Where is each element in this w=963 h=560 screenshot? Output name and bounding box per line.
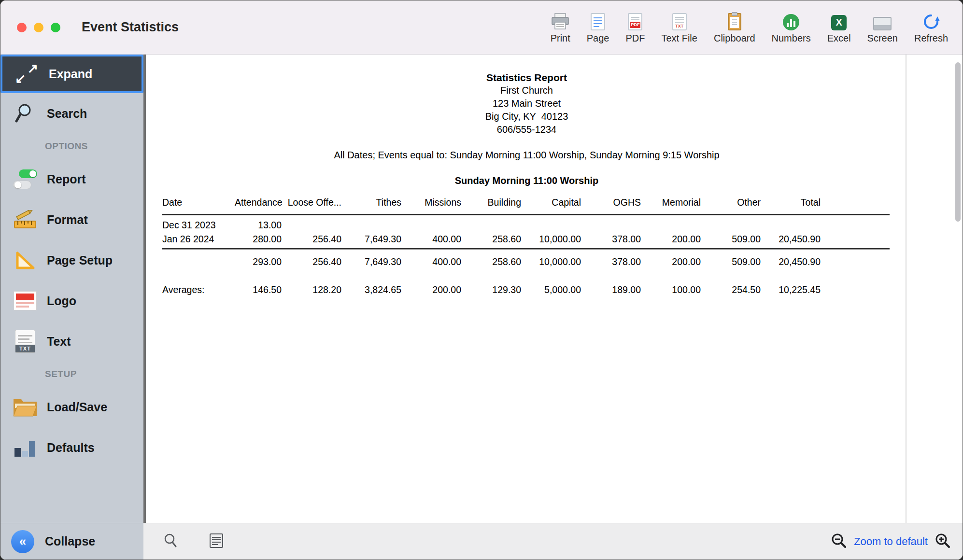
column-header: Loose Offe...: [282, 197, 341, 215]
expand-icon: ↗↙: [8, 63, 46, 84]
collapse-chevron-icon: «: [11, 530, 34, 553]
table-cell: 254.50: [701, 269, 761, 297]
report-table: Date Attendance Loose Offe... Tithes Mis…: [162, 197, 890, 297]
close-button[interactable]: [17, 23, 27, 32]
sidebar-item-page-setup[interactable]: Page Setup: [0, 240, 143, 280]
excel-icon: X: [831, 11, 847, 30]
table-cell: 100.00: [641, 269, 701, 297]
bar-chart-icon: [6, 437, 44, 458]
sidebar-item-label: Load/Save: [47, 400, 107, 414]
toolbar-item-pdf[interactable]: PDF PDF: [625, 11, 645, 44]
table-cell: 20,450.90: [761, 232, 821, 249]
minimize-button[interactable]: [34, 23, 43, 32]
set-square-icon: [6, 250, 44, 271]
table-cell: 400.00: [401, 232, 461, 249]
table-header-row: Date Attendance Loose Offe... Tithes Mis…: [162, 197, 890, 215]
page-icon: [591, 11, 605, 30]
table-cell: [521, 215, 581, 232]
sidebar-item-report[interactable]: Report: [0, 159, 143, 199]
toolbar-item-numbers[interactable]: Numbers: [772, 11, 811, 44]
sidebar: ↗↙ Expand Search OPTIONS Report: [0, 55, 143, 523]
sidebar-item-format[interactable]: Format: [0, 199, 143, 240]
table-cell: [162, 249, 235, 269]
page-edge-divider: [906, 55, 906, 523]
report-section-title: Sunday Morning 11:00 Worship: [146, 174, 907, 187]
toggles-icon: [6, 169, 44, 189]
report-church-name: First Church: [146, 84, 907, 97]
sidebar-item-label: Defaults: [47, 441, 95, 455]
report-document: Statistics Report First Church 123 Main …: [146, 55, 907, 297]
search-report-icon[interactable]: [163, 533, 178, 550]
sidebar-item-collapse[interactable]: « Collapse: [0, 523, 143, 560]
table-cell: 10,000.00: [521, 232, 581, 249]
table-cell: 200.00: [641, 249, 701, 269]
toolbar-item-print[interactable]: Print: [551, 11, 570, 44]
table-row: Dec 31 2023 13.00: [162, 215, 890, 232]
sidebar-item-search[interactable]: Search: [0, 93, 143, 134]
column-header: Building: [461, 197, 521, 215]
zoom-out-icon[interactable]: [831, 532, 847, 551]
report-lines-icon[interactable]: [209, 533, 224, 550]
toolbar-item-excel[interactable]: X Excel: [827, 11, 851, 44]
sidebar-item-label: Text: [47, 335, 71, 349]
sidebar-item-text[interactable]: TXT Text: [0, 321, 143, 362]
table-averages-row: Averages: 146.50 128.20 3,824.65 200.00 …: [162, 269, 890, 297]
table-cell: 189.00: [581, 269, 641, 297]
toolbar-item-text-file[interactable]: TXT Text File: [661, 11, 697, 44]
table-cell: 129.30: [461, 269, 521, 297]
column-header: Date: [162, 197, 235, 215]
table-cell: 400.00: [401, 249, 461, 269]
toolbar-label: Refresh: [914, 33, 948, 44]
toolbar-item-clipboard[interactable]: Clipboard: [714, 11, 755, 44]
sidebar-item-label: Collapse: [45, 534, 95, 548]
table-cell: 10,000.00: [521, 249, 581, 269]
table-cell: 378.00: [581, 232, 641, 249]
table-cell: 5,000.00: [521, 269, 581, 297]
table-cell: 128.20: [282, 269, 341, 297]
statusbar: Zoom to default: [143, 523, 963, 560]
toolbar-label: Numbers: [772, 33, 811, 44]
sidebar-item-logo[interactable]: Logo: [0, 280, 143, 321]
sidebar-item-defaults[interactable]: Defaults: [0, 427, 143, 468]
toolbar-item-screen[interactable]: Screen: [867, 11, 898, 44]
column-header: Tithes: [341, 197, 401, 215]
toolbar-label: Excel: [827, 33, 851, 44]
zoom-in-icon[interactable]: [935, 532, 951, 551]
table-cell: 20,450.90: [761, 249, 821, 269]
toolbar-label: Print: [551, 33, 570, 44]
traffic-lights: [17, 23, 60, 32]
report-street: 123 Main Street: [146, 97, 907, 110]
toolbar-label: Screen: [867, 33, 898, 44]
window-title: Event Statistics: [82, 20, 179, 35]
report-preview-pane: Statistics Report First Church 123 Main …: [146, 55, 963, 523]
toolbar-label: Page: [587, 33, 609, 44]
sidebar-item-load-save[interactable]: Load/Save: [0, 387, 143, 427]
table-cell-spacer: [821, 215, 890, 232]
txt-document-icon: TXT: [6, 330, 44, 353]
table-cell: 7,649.30: [341, 249, 401, 269]
table-cell: 200.00: [641, 232, 701, 249]
toolbar-item-refresh[interactable]: Refresh: [914, 11, 948, 44]
clipboard-icon: [728, 11, 741, 30]
vertical-scrollbar[interactable]: [955, 62, 961, 222]
sidebar-item-expand[interactable]: ↗↙ Expand: [0, 55, 143, 93]
table-cell: 509.00: [701, 249, 761, 269]
report-filter-line: All Dates; Events equal to: Sunday Morni…: [146, 149, 907, 162]
table-cell: [761, 215, 821, 232]
table-cell: 146.50: [235, 269, 282, 297]
table-cell: [701, 215, 761, 232]
report-phone: 606/555-1234: [146, 123, 907, 136]
pdf-icon: PDF: [628, 11, 642, 30]
column-header: Other: [701, 197, 761, 215]
logo-flag-icon: [6, 291, 44, 310]
app-window: Event Statistics Print: [0, 0, 963, 560]
text-file-icon: TXT: [672, 11, 687, 30]
sidebar-item-label: Logo: [47, 294, 76, 308]
zoom-button[interactable]: [51, 23, 60, 32]
screen-icon: [873, 11, 892, 30]
table-cell: 7,649.30: [341, 232, 401, 249]
toolbar-item-page[interactable]: Page: [587, 11, 609, 44]
zoom-to-default-link[interactable]: Zoom to default: [854, 535, 928, 548]
sidebar-section-setup: SETUP: [0, 362, 143, 387]
report-city: Big City, KY 40123: [146, 110, 907, 123]
